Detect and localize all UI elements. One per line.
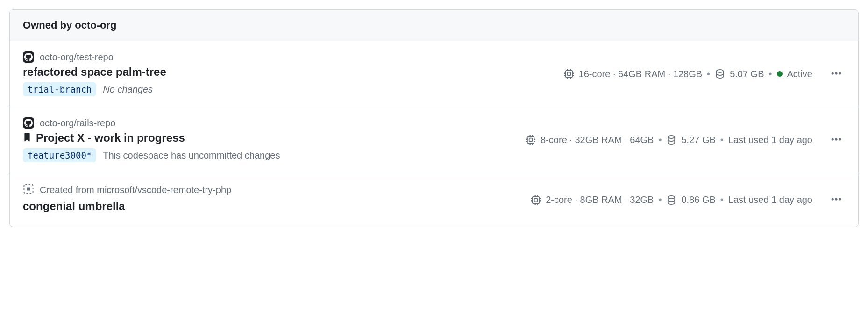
disk-text: 32GB [630, 195, 654, 205]
repo-link[interactable]: octo-org/test-repo [40, 52, 114, 63]
branch-chip[interactable]: trial-branch [23, 82, 96, 96]
panel-header: Owned by octo-org [10, 10, 858, 41]
codespace-name[interactable]: Project X - work in progress [36, 131, 185, 145]
codespace-item: octo-org/rails-repoProject X - work in p… [10, 107, 858, 173]
repo-line: octo-org/test-repo [23, 51, 556, 63]
cpu-icon [564, 69, 574, 79]
codespace-item: octo-org/test-reporefactored space palm-… [10, 41, 858, 107]
machine-specs: 8-core · 32GB RAM · 64GB [541, 135, 654, 145]
ram-text: 64GB RAM [618, 69, 665, 79]
separator: • [720, 135, 724, 145]
item-right: 8-core · 32GB RAM · 64GB•5.27 GB•Last us… [526, 130, 845, 150]
separator: • [769, 69, 772, 80]
status-label: Active [787, 69, 812, 80]
database-icon [666, 195, 676, 205]
machine-specs: 16-core · 64GB RAM · 128GB [579, 69, 703, 80]
cpu-icon [526, 135, 536, 145]
cpu-text: 16-core [579, 69, 611, 79]
panel-title: Owned by octo-org [23, 19, 116, 31]
separator: • [658, 135, 662, 145]
changes-text: No changes [103, 84, 153, 95]
cpu-text: 2-core [546, 195, 572, 205]
github-avatar-icon [23, 117, 34, 129]
separator: • [707, 69, 710, 80]
kebab-menu-button[interactable] [827, 130, 845, 150]
item-left: Created from microsoft/vscode-remote-try… [23, 183, 523, 217]
database-icon [666, 135, 676, 145]
item-right: 16-core · 64GB RAM · 128GB•5.07 GB•Activ… [564, 65, 845, 84]
storage-used: 5.07 GB [730, 69, 764, 80]
separator: • [720, 195, 724, 205]
repo-line: Created from microsoft/vscode-remote-try… [23, 183, 523, 197]
repo-link[interactable]: Created from microsoft/vscode-remote-try… [40, 185, 231, 195]
codespaces-panel: Owned by octo-org octo-org/test-reporefa… [9, 9, 859, 227]
meta-line: trial-branchNo changes [23, 82, 556, 96]
meta-line: feature3000*This codespace has uncommitt… [23, 148, 518, 162]
codespace-name[interactable]: refactored space palm-tree [23, 65, 166, 79]
bookmark-icon [23, 132, 31, 144]
ram-text: 8GB RAM [580, 195, 622, 205]
database-icon [715, 69, 725, 79]
name-line: refactored space palm-tree [23, 65, 556, 79]
name-line: Project X - work in progress [23, 131, 518, 145]
item-left: octo-org/test-reporefactored space palm-… [23, 51, 556, 96]
branch-chip[interactable]: feature3000* [23, 148, 96, 162]
item-left: octo-org/rails-repoProject X - work in p… [23, 117, 518, 162]
disk-text: 128GB [673, 69, 702, 79]
kebab-menu-button[interactable] [827, 65, 845, 84]
item-right: 2-core · 8GB RAM · 32GB•0.86 GB•Last use… [531, 190, 845, 210]
changes-text: This codespace has uncommitted changes [103, 150, 280, 161]
repo-link[interactable]: octo-org/rails-repo [40, 118, 115, 129]
last-used: Last used 1 day ago [728, 195, 812, 205]
separator: • [658, 195, 662, 205]
template-icon [23, 183, 34, 197]
name-line: congenial umbrella [23, 200, 523, 213]
codespace-item: Created from microsoft/vscode-remote-try… [10, 173, 858, 227]
storage-used: 0.86 GB [681, 195, 715, 205]
codespace-name[interactable]: congenial umbrella [23, 200, 125, 213]
ram-text: 32GB RAM [575, 135, 622, 145]
cpu-text: 8-core [541, 135, 567, 145]
status-dot [777, 71, 783, 77]
last-used: Last used 1 day ago [728, 135, 812, 145]
kebab-menu-button[interactable] [827, 190, 845, 210]
disk-text: 64GB [630, 135, 654, 145]
repo-line: octo-org/rails-repo [23, 117, 518, 129]
github-avatar-icon [23, 51, 34, 63]
cpu-icon [531, 195, 541, 205]
machine-specs: 2-core · 8GB RAM · 32GB [546, 195, 654, 205]
storage-used: 5.27 GB [681, 135, 715, 145]
